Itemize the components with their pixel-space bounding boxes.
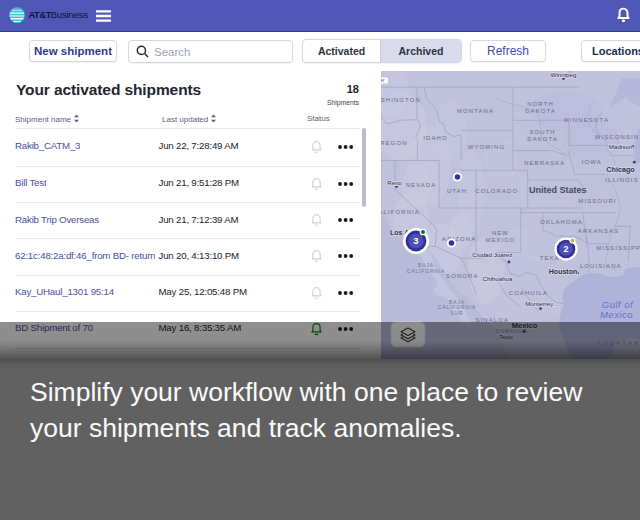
svg-text:CALIFORNIA: CALIFORNIA bbox=[438, 305, 476, 310]
svg-text:UTAH: UTAH bbox=[447, 188, 467, 194]
svg-text:OKLAHOMA: OKLAHOMA bbox=[540, 219, 583, 225]
svg-text:Mexico: Mexico bbox=[600, 309, 633, 320]
svg-text:Madison: Madison bbox=[609, 143, 633, 150]
svg-text:3: 3 bbox=[413, 235, 418, 246]
svg-text:BAJA: BAJA bbox=[418, 263, 434, 268]
svg-text:MEXICO: MEXICO bbox=[485, 237, 515, 243]
svg-text:CALIFORNIA: CALIFORNIA bbox=[381, 209, 420, 215]
svg-text:WISCONSIN: WISCONSIN bbox=[595, 134, 639, 140]
svg-text:MINNESOTA: MINNESOTA bbox=[564, 117, 609, 123]
svg-text:CALIFORNIA: CALIFORNIA bbox=[407, 269, 445, 274]
svg-text:COLORADO: COLORADO bbox=[475, 188, 518, 194]
svg-text:IOWA: IOWA bbox=[582, 159, 602, 165]
svg-text:MISSISSIPPI: MISSISSIPPI bbox=[596, 245, 640, 251]
svg-text:Gulf of: Gulf of bbox=[602, 299, 634, 310]
svg-text:MISSOURI: MISSOURI bbox=[578, 198, 616, 204]
svg-text:NORTH: NORTH bbox=[527, 101, 554, 107]
svg-text:DAKOTA: DAKOTA bbox=[525, 108, 556, 114]
svg-text:SUR: SUR bbox=[450, 311, 463, 316]
svg-text:United States: United States bbox=[529, 185, 587, 195]
svg-text:2: 2 bbox=[563, 244, 568, 254]
svg-text:ARKANSAS: ARKANSAS bbox=[578, 228, 619, 234]
svg-text:Chicago: Chicago bbox=[606, 165, 635, 174]
svg-text:BAJA: BAJA bbox=[449, 300, 465, 305]
svg-text:OREGON: OREGON bbox=[381, 140, 408, 146]
svg-text:SONORA: SONORA bbox=[446, 273, 478, 279]
svg-text:DAKOTA: DAKOTA bbox=[527, 136, 558, 142]
svg-text:SOUTH: SOUTH bbox=[529, 129, 555, 135]
svg-text:IDAHO: IDAHO bbox=[423, 135, 447, 141]
svg-text:NEVADA: NEVADA bbox=[406, 182, 437, 188]
svg-text:Reno: Reno bbox=[387, 180, 402, 186]
svg-text:NEBRASKA: NEBRASKA bbox=[524, 160, 565, 166]
svg-text:Chihuahua: Chihuahua bbox=[483, 275, 513, 282]
svg-text:Monterrey...: Monterrey... bbox=[525, 300, 558, 307]
svg-text:WYOMING: WYOMING bbox=[468, 144, 506, 150]
svg-text:COAHUILA: COAHUILA bbox=[509, 290, 548, 296]
svg-text:er: er bbox=[381, 78, 385, 83]
svg-text:Houston: Houston bbox=[549, 268, 577, 275]
svg-text:NEW: NEW bbox=[492, 230, 509, 236]
svg-text:LOUISIANA: LOUISIANA bbox=[580, 263, 622, 269]
svg-text:WASHINGTON: WASHINGTON bbox=[381, 97, 421, 103]
svg-text:MONTANA: MONTANA bbox=[457, 108, 494, 114]
svg-text:Ciudad Juarez: Ciudad Juarez bbox=[472, 251, 512, 258]
svg-text:ILLINOIS: ILLINOIS bbox=[605, 177, 638, 183]
svg-text:Winnipeg: Winnipeg bbox=[551, 71, 577, 78]
